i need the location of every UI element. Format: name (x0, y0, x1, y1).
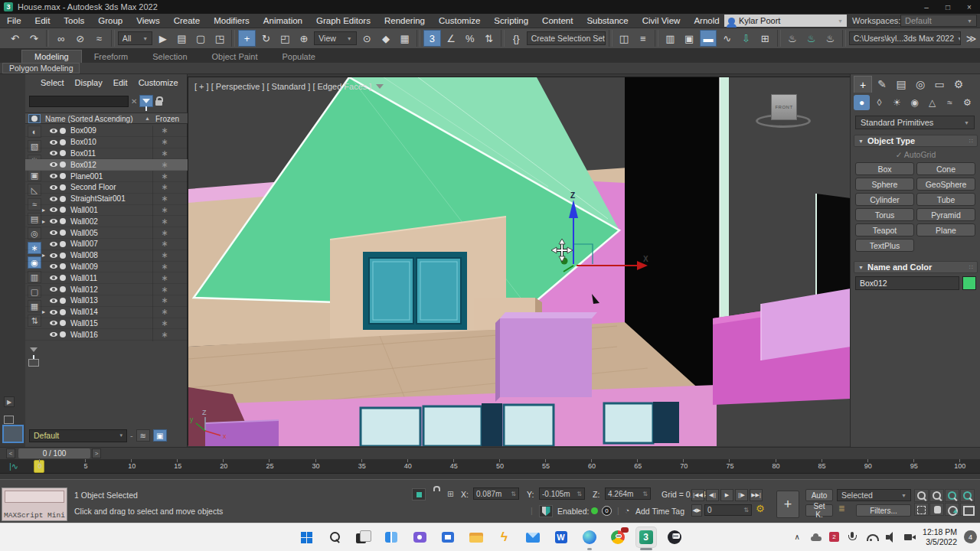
absolute-mode-icon[interactable]: ⊞ (447, 489, 454, 498)
timeline-tick-label[interactable]: 55 (537, 462, 555, 470)
menu-item[interactable]: File (0, 16, 28, 25)
lights-category[interactable]: ☀ (889, 95, 905, 110)
selection-filter-dropdown[interactable]: All▼ (118, 31, 153, 45)
notification-count-badge[interactable]: 4 (964, 530, 977, 543)
key-filters-icon[interactable]: ≣ (838, 504, 845, 513)
spinner-snap-button[interactable]: ⇅ (480, 30, 498, 47)
explorer-row[interactable]: ▸ Wall011 ∗ (25, 272, 188, 284)
timeline-tick-label[interactable]: 45 (445, 462, 463, 470)
playback-button[interactable]: ||▶ (735, 489, 748, 501)
object-type-rollout[interactable]: ▼Object Type∷ (854, 135, 978, 147)
primitive-button[interactable]: Teapot (855, 223, 914, 236)
chrome-button[interactable] (608, 527, 628, 547)
timeline-tick-label[interactable]: 25 (260, 462, 279, 470)
timeline-tick-label[interactable]: 5 (77, 462, 95, 470)
visibility-eye-icon[interactable] (50, 253, 57, 258)
timeline-tick-label[interactable]: 80 (767, 462, 786, 470)
explorer-menu-item[interactable]: Edit (109, 78, 132, 87)
visibility-eye-icon[interactable] (50, 242, 57, 246)
explorer-row[interactable]: ▸ Wall002 ∗ (25, 216, 188, 227)
explorer-row[interactable]: ▸ Wall007 ∗ (25, 239, 188, 250)
viewport-layout-flyout-button[interactable]: ▶ (4, 396, 15, 407)
primitive-button[interactable]: Sphere (855, 178, 914, 191)
minimize-button[interactable]: – (916, 3, 937, 11)
explorer-row[interactable]: ▸ Wall016 ∗ (25, 329, 188, 341)
start-button[interactable] (296, 527, 316, 547)
zoom-button[interactable] (914, 489, 929, 502)
user-account-chip[interactable]: Kylar Poort ▼ (724, 15, 847, 27)
isolate-layer-icon[interactable]: ▣ (153, 429, 167, 442)
layer-explorer-toggle-button[interactable]: ▣ (681, 30, 698, 47)
select-manipulate-button[interactable]: ◆ (377, 30, 395, 47)
explorer-row[interactable]: ▸ Wall013 ∗ (25, 295, 188, 307)
timeline-tick-label[interactable]: 70 (675, 462, 693, 470)
timeline-tick-label[interactable]: 100 (951, 462, 969, 470)
isolate-selection-toggle[interactable] (412, 488, 426, 500)
timeline-tick-label[interactable]: 15 (168, 462, 187, 470)
frozen-toggle-icon[interactable]: ∗ (158, 126, 171, 135)
select-place-button[interactable]: ⊕ (296, 30, 313, 47)
select-move-button[interactable]: + (238, 30, 256, 47)
explorer-search-input[interactable] (29, 96, 129, 107)
explorer-row[interactable]: ▸ Wall008 ∗ (25, 250, 188, 262)
auto-key-button[interactable]: Auto (805, 489, 833, 501)
visibility-eye-icon[interactable] (50, 174, 57, 178)
file-explorer-button[interactable] (466, 527, 486, 547)
schematic-view-button[interactable]: ⊞ (756, 30, 774, 47)
ribbon-tab[interactable]: Modeling (21, 50, 82, 63)
primitive-button[interactable]: Plane (916, 223, 975, 236)
zoom-extents-all-button[interactable] (960, 489, 975, 502)
motion-tab[interactable]: ◎ (911, 76, 929, 93)
primitive-button[interactable]: Torus (855, 208, 914, 221)
autogrid-checkbox[interactable]: ✓ AutoGrid (851, 150, 980, 159)
store-button[interactable] (438, 527, 458, 547)
maximize-viewport-button[interactable] (960, 503, 975, 516)
spacewarps-category[interactable]: ≈ (942, 95, 958, 110)
visibility-eye-icon[interactable] (50, 310, 57, 315)
hierarchy-tab[interactable]: ▤ (892, 76, 910, 93)
explorer-column-header[interactable]: Name (Sorted Ascending) ▲ Frozen (25, 112, 188, 124)
visibility-eye-icon[interactable] (50, 219, 57, 223)
render-frame-button[interactable]: ♨ (822, 30, 839, 47)
frozen-toggle-icon[interactable]: ∗ (158, 182, 171, 192)
microphone-icon[interactable] (846, 530, 858, 544)
ribbon-tab[interactable]: Selection (140, 51, 199, 63)
pan-view-button[interactable] (929, 503, 944, 516)
more-tools-button[interactable]: ≫ (962, 30, 980, 47)
expand-arrow-icon[interactable]: ▸ (42, 308, 48, 315)
expand-arrow-icon[interactable]: ▸ (42, 252, 48, 259)
explorer-row[interactable]: ▸ Second Floor ∗ (25, 182, 188, 194)
explorer-row[interactable]: ▸ Wall015 ∗ (25, 318, 188, 330)
menu-item[interactable]: Arnold (687, 16, 726, 25)
frozen-toggle-icon[interactable]: ∗ (158, 171, 171, 181)
unlink-selection-button[interactable]: ⊘ (71, 30, 89, 47)
primitive-button[interactable]: Tube (916, 193, 975, 206)
explorer-row[interactable]: ▸ StraightStair001 ∗ (25, 194, 188, 205)
dope-sheet-button[interactable]: ⇩ (737, 30, 755, 47)
explorer-row[interactable]: ▸ Wall001 ∗ (25, 205, 188, 217)
set-key-button[interactable]: Set K. (805, 504, 833, 517)
visibility-eye-icon[interactable] (50, 197, 57, 201)
teams-badge-icon[interactable]: 2 (829, 532, 839, 542)
clear-search-icon[interactable]: ✕ (131, 97, 137, 106)
timeline-tick-label[interactable]: 40 (399, 462, 417, 470)
visibility-eye-icon[interactable] (50, 264, 57, 269)
percent-snap-button[interactable]: % (461, 30, 479, 47)
task-view-button[interactable] (353, 527, 373, 547)
geometry-category[interactable]: ● (854, 95, 870, 110)
maxscript-input[interactable] (5, 491, 64, 503)
visibility-eye-icon[interactable] (50, 230, 57, 235)
primitive-button[interactable]: TextPlus (855, 239, 914, 252)
select-column-icon[interactable] (28, 114, 41, 123)
use-pivot-center-button[interactable]: ⊙ (358, 30, 376, 47)
visibility-eye-icon[interactable] (50, 151, 57, 155)
timeline-tick-label[interactable]: 85 (813, 462, 831, 470)
select-scale-button[interactable]: ◰ (276, 30, 294, 47)
frozen-toggle-icon[interactable]: ∗ (158, 137, 171, 147)
ref-coord-dropdown[interactable]: View▼ (314, 31, 356, 45)
layers-stack-icon[interactable]: ≋ (136, 429, 150, 442)
expand-arrow-icon[interactable]: ▸ (42, 218, 48, 225)
perspective-viewport[interactable]: [ + ] [ Perspective ] [ Standard ] [ Edg… (188, 77, 850, 445)
viewcube[interactable]: FRONT (756, 90, 817, 132)
explorer-row[interactable]: ▸ Box011 ∗ (25, 148, 188, 160)
